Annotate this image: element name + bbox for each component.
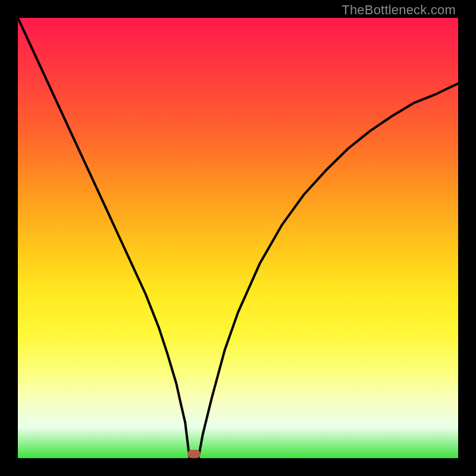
chart-frame: TheBottleneck.com <box>0 0 476 476</box>
plot-area <box>18 18 458 458</box>
watermark-text: TheBottleneck.com <box>342 2 456 18</box>
bottleneck-curve-path <box>18 18 458 458</box>
curve-svg <box>18 18 458 458</box>
optimum-marker <box>187 450 201 458</box>
